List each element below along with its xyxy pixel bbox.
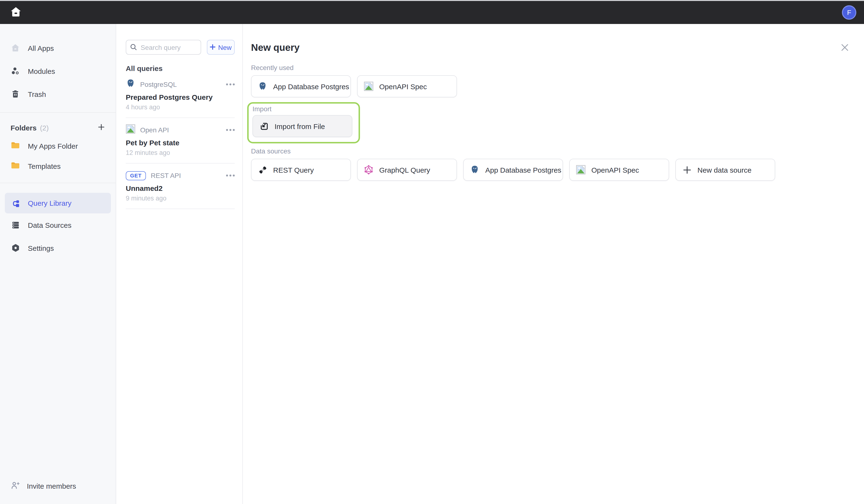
- folder-label: Templates: [28, 162, 61, 170]
- card-label: OpenAPI Spec: [591, 166, 639, 174]
- user-avatar[interactable]: F: [842, 5, 856, 20]
- card-label: App Database Postgres: [485, 166, 561, 174]
- sidebar-item-label: All Apps: [28, 44, 54, 52]
- broken-image-icon: [576, 165, 586, 174]
- item-menu-button[interactable]: [226, 82, 235, 87]
- sidebar-item-label: Query Library: [28, 199, 72, 207]
- data-sources-label: Data sources: [251, 147, 864, 155]
- query-timestamp: 12 minutes ago: [126, 149, 235, 156]
- query-source-label: Open API: [140, 126, 169, 134]
- app-window: F All Apps Modules: [0, 0, 864, 504]
- folders-count: (2): [40, 123, 49, 132]
- postgresql-icon: [126, 79, 135, 90]
- home-icon: [10, 5, 22, 20]
- recently-used-app-database-postgres[interactable]: App Database Postgres: [251, 75, 351, 97]
- query-timestamp: 4 hours ago: [126, 103, 235, 111]
- card-label: OpenAPI Spec: [379, 82, 427, 90]
- folder-label: My Apps Folder: [28, 142, 78, 150]
- recently-used-label: Recently used: [251, 64, 864, 72]
- all-queries-heading: All queries: [126, 64, 235, 72]
- import-from-file-button[interactable]: Import from File: [252, 115, 352, 137]
- sidebar-item-label: Settings: [28, 244, 54, 252]
- query-source-label: REST API: [151, 172, 181, 179]
- card-label: REST Query: [273, 166, 314, 174]
- invite-members-label: Invite members: [27, 482, 76, 490]
- new-query-button[interactable]: New: [207, 40, 235, 55]
- import-section-highlight: Import Import from File: [247, 102, 360, 143]
- sidebar-divider: [0, 183, 116, 183]
- sidebar-folder-my-apps[interactable]: My Apps Folder: [0, 136, 116, 156]
- query-list-panel: New All queries PostgreSQL Prepared Post…: [116, 24, 243, 504]
- search-icon: [130, 43, 137, 53]
- data-source-graphql-query[interactable]: GraphQL Query: [357, 159, 457, 181]
- data-source-openapi-spec[interactable]: OpenAPI Spec: [569, 159, 669, 181]
- query-title: Pet by Pet state: [126, 138, 235, 147]
- close-icon: [840, 47, 850, 54]
- graphql-icon: [364, 165, 373, 174]
- data-source-app-database-postgres[interactable]: App Database Postgres: [463, 159, 563, 181]
- person-plus-icon: [11, 480, 20, 491]
- settings-icon: [11, 243, 20, 253]
- folder-icon: [11, 140, 20, 151]
- card-label: GraphQL Query: [379, 166, 430, 174]
- new-query-panel: New query Recently used App Database Pos…: [243, 24, 864, 504]
- sidebar-item-label: Modules: [28, 67, 55, 75]
- postgresql-icon: [258, 82, 267, 91]
- import-file-icon: [259, 121, 269, 131]
- new-button-label: New: [218, 44, 232, 51]
- query-title: Prepared Postgres Query: [126, 93, 235, 101]
- card-label: Import from File: [275, 122, 325, 130]
- query-source-label: PostgreSQL: [140, 81, 177, 88]
- folders-title: Folders: [11, 123, 36, 132]
- folder-icon: [11, 160, 20, 171]
- home-icon: [11, 43, 20, 53]
- sidebar-item-query-library[interactable]: Query Library: [5, 193, 111, 213]
- add-folder-button[interactable]: [97, 123, 105, 132]
- plus-icon: [682, 165, 692, 174]
- item-menu-button[interactable]: [226, 173, 235, 179]
- sidebar-item-label: Trash: [28, 90, 46, 98]
- import-label: Import: [252, 105, 352, 113]
- modules-icon: [11, 66, 20, 76]
- recently-used-openapi-spec[interactable]: OpenAPI Spec: [357, 75, 457, 97]
- folders-header: Folders (2): [0, 120, 116, 136]
- card-label: New data source: [697, 166, 752, 174]
- query-library-icon: [11, 198, 20, 208]
- close-button[interactable]: [838, 40, 852, 56]
- home-button[interactable]: [8, 4, 24, 21]
- top-bar: F: [0, 1, 864, 24]
- query-title: Unnamed2: [126, 184, 235, 192]
- sidebar-divider: [0, 112, 116, 113]
- sidebar-item-modules[interactable]: Modules: [0, 60, 116, 83]
- broken-image-icon: [126, 124, 135, 136]
- sidebar-folder-templates[interactable]: Templates: [0, 156, 116, 176]
- sidebar-item-data-sources[interactable]: Data Sources: [0, 213, 116, 236]
- new-data-source-button[interactable]: New data source: [675, 159, 775, 181]
- data-sources-icon: [11, 220, 20, 230]
- sidebar-item-settings[interactable]: Settings: [0, 236, 116, 259]
- query-list-item[interactable]: GET REST API Unnamed2 9 minutes ago: [126, 163, 235, 209]
- plus-icon: [97, 123, 105, 132]
- invite-members-button[interactable]: Invite members: [0, 475, 116, 496]
- sidebar: All Apps Modules: [0, 24, 116, 504]
- sidebar-spacer: [0, 259, 116, 475]
- data-source-rest-query[interactable]: REST Query: [251, 159, 351, 181]
- sidebar-item-all-apps[interactable]: All Apps: [0, 36, 116, 60]
- query-list-item[interactable]: PostgreSQL Prepared Postgres Query 4 hou…: [126, 72, 235, 118]
- item-menu-button[interactable]: [226, 127, 235, 133]
- broken-image-icon: [364, 82, 373, 91]
- plus-icon: [210, 44, 216, 51]
- http-method-badge: GET: [126, 171, 146, 180]
- postgresql-icon: [470, 165, 480, 174]
- trash-icon: [11, 89, 20, 99]
- plug-icon: [258, 165, 267, 174]
- query-list-item[interactable]: Open API Pet by Pet state 12 minutes ago: [126, 118, 235, 163]
- sidebar-item-trash[interactable]: Trash: [0, 83, 116, 106]
- card-label: App Database Postgres: [273, 82, 349, 90]
- query-timestamp: 9 minutes ago: [126, 195, 235, 202]
- list-divider: [126, 209, 235, 209]
- sidebar-item-label: Data Sources: [28, 221, 72, 229]
- page-title: New query: [251, 42, 864, 53]
